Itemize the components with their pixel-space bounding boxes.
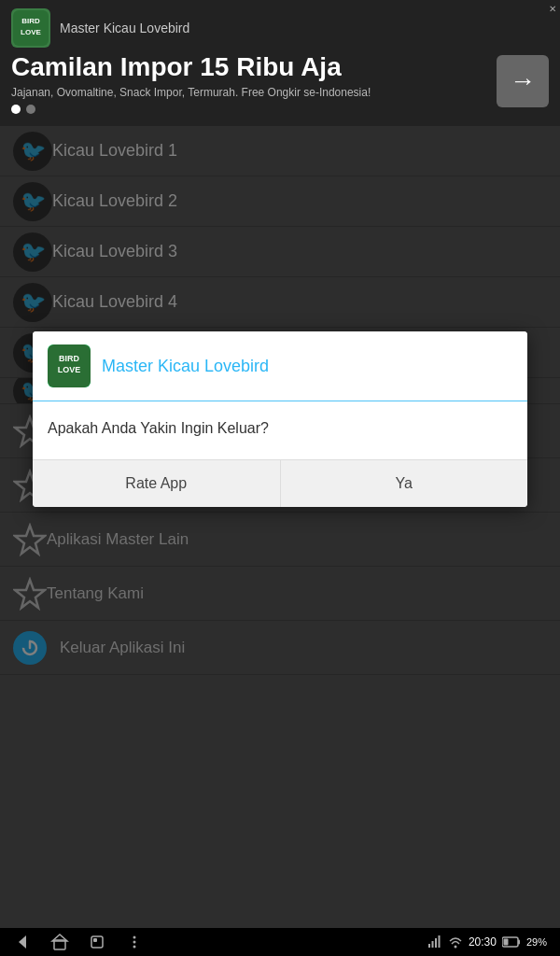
dialog-title: Master Kicau Lovebird xyxy=(102,357,269,376)
svg-rect-21 xyxy=(431,941,433,948)
ad-dot-1 xyxy=(11,105,21,114)
rate-app-button[interactable]: Rate App xyxy=(33,460,281,507)
dialog-app-icon: LOVE BIRD xyxy=(48,344,91,387)
battery-percent: 29% xyxy=(526,936,547,948)
svg-text:LOVE: LOVE xyxy=(58,365,81,374)
content-area: 🐦 Kicau Lovebird 1 🐦 Kicau Lovebird 2 🐦 … xyxy=(0,126,560,928)
svg-text:BIRD: BIRD xyxy=(21,17,40,25)
svg-rect-26 xyxy=(503,939,508,946)
svg-text:BIRD: BIRD xyxy=(59,354,79,363)
recents-nav-icon[interactable] xyxy=(88,933,106,951)
dialog-buttons: Rate App Ya xyxy=(33,459,527,507)
home-nav-icon[interactable] xyxy=(50,933,69,951)
wifi-icon xyxy=(448,935,463,949)
svg-point-18 xyxy=(133,941,136,944)
ad-dot-2 xyxy=(26,105,35,114)
svg-marker-12 xyxy=(19,935,26,949)
dialog-header: LOVE BIRD Master Kicau Lovebird xyxy=(33,331,527,401)
ad-top-row: LOVE BIRD Master Kicau Lovebird xyxy=(11,8,549,48)
ad-close[interactable]: ✕ xyxy=(549,4,556,14)
svg-point-24 xyxy=(454,946,456,949)
dialog-message: Apakah Anda Yakin Ingin Keluar? xyxy=(33,401,527,459)
back-nav-icon[interactable] xyxy=(13,933,32,951)
svg-rect-20 xyxy=(428,944,430,948)
ad-dots xyxy=(11,105,549,114)
svg-rect-15 xyxy=(91,936,103,948)
yes-button[interactable]: Ya xyxy=(281,460,528,507)
svg-point-19 xyxy=(133,946,136,949)
ad-arrow-button[interactable]: → xyxy=(497,55,549,107)
bottom-nav-bar: 20:30 29% xyxy=(0,928,560,956)
ad-app-logo: LOVE BIRD xyxy=(11,8,50,48)
svg-rect-23 xyxy=(438,935,440,948)
time-display: 20:30 xyxy=(469,935,497,949)
ad-subtitle: Jajanan, Ovomaltine, Snack Impor, Termur… xyxy=(11,86,549,99)
nav-icons-left xyxy=(13,933,144,951)
ad-arrow-icon: → xyxy=(510,66,536,96)
dialog-overlay: LOVE BIRD Master Kicau Lovebird Apakah A… xyxy=(0,126,560,928)
ad-main-title: Camilan Impor 15 Ribu Aja xyxy=(11,53,549,82)
svg-point-17 xyxy=(133,936,136,939)
ad-banner[interactable]: ✕ LOVE BIRD Master Kicau Lovebird Camila… xyxy=(0,0,560,126)
menu-nav-icon[interactable] xyxy=(125,933,144,951)
nav-icons-right: 20:30 29% xyxy=(427,935,547,949)
svg-rect-27 xyxy=(518,940,520,945)
svg-rect-22 xyxy=(435,938,437,948)
dialog: LOVE BIRD Master Kicau Lovebird Apakah A… xyxy=(33,331,527,507)
battery-icon xyxy=(502,936,521,948)
ad-app-title: Master Kicau Lovebird xyxy=(60,21,189,35)
svg-text:LOVE: LOVE xyxy=(21,28,41,36)
svg-rect-16 xyxy=(93,938,97,942)
signal-icon xyxy=(427,935,442,949)
